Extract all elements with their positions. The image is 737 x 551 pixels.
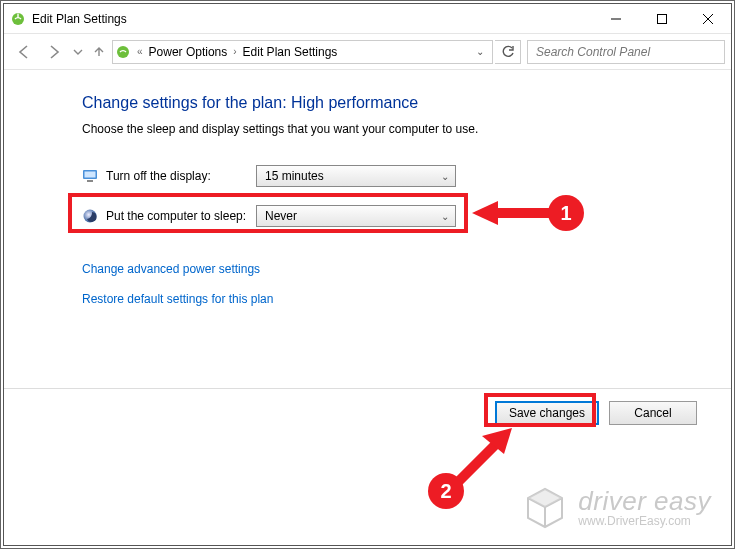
watermark-title: driver easy — [578, 488, 711, 515]
page-title: Change settings for the plan: High perfo… — [82, 94, 731, 112]
svg-rect-3 — [658, 14, 667, 23]
sleep-dropdown[interactable]: Never ⌄ — [256, 205, 456, 227]
address-dropdown-icon[interactable]: ⌄ — [470, 46, 490, 57]
button-bar: Save changes Cancel — [4, 388, 731, 436]
svg-point-6 — [117, 46, 129, 58]
up-button[interactable] — [88, 38, 110, 66]
chevron-down-icon: ⌄ — [441, 211, 449, 222]
sleep-icon — [82, 208, 98, 224]
window: Edit Plan Settings — [3, 3, 732, 546]
breadcrumb-power-options[interactable]: Power Options — [149, 45, 228, 59]
content-area: Change settings for the plan: High perfo… — [4, 70, 731, 545]
page-description: Choose the sleep and display settings th… — [82, 122, 731, 136]
cube-icon — [522, 485, 568, 531]
forward-button[interactable] — [40, 38, 68, 66]
display-icon — [82, 168, 98, 184]
navbar: « Power Options › Edit Plan Settings ⌄ — [4, 34, 731, 70]
app-icon — [10, 11, 26, 27]
svg-rect-1 — [17, 13, 18, 17]
chevron-down-icon: ⌄ — [441, 171, 449, 182]
window-title: Edit Plan Settings — [32, 12, 127, 26]
chevron-right-icon: › — [231, 46, 238, 57]
minimize-button[interactable] — [593, 4, 639, 33]
close-button[interactable] — [685, 4, 731, 33]
display-dropdown[interactable]: 15 minutes ⌄ — [256, 165, 456, 187]
titlebar: Edit Plan Settings — [4, 4, 731, 34]
svg-marker-15 — [528, 489, 562, 507]
chevron-right-icon: « — [135, 46, 145, 57]
link-restore-defaults[interactable]: Restore default settings for this plan — [82, 292, 273, 306]
link-advanced-settings[interactable]: Change advanced power settings — [82, 262, 260, 276]
address-bar[interactable]: « Power Options › Edit Plan Settings ⌄ — [112, 40, 493, 64]
recent-locations-button[interactable] — [70, 38, 86, 66]
search-input[interactable] — [534, 44, 718, 60]
display-label: Turn off the display: — [106, 169, 256, 183]
watermark-url: www.DriverEasy.com — [578, 515, 711, 528]
cancel-button[interactable]: Cancel — [609, 401, 697, 425]
annotation-badge-2: 2 — [428, 473, 464, 509]
svg-rect-8 — [85, 172, 96, 178]
watermark: driver easy www.DriverEasy.com — [522, 485, 711, 531]
svg-rect-9 — [87, 180, 93, 182]
sleep-dropdown-value: Never — [265, 209, 297, 223]
breadcrumb-edit-plan[interactable]: Edit Plan Settings — [243, 45, 338, 59]
save-button[interactable]: Save changes — [495, 401, 599, 425]
refresh-button[interactable] — [495, 40, 521, 64]
search-box[interactable] — [527, 40, 725, 64]
back-button[interactable] — [10, 38, 38, 66]
maximize-button[interactable] — [639, 4, 685, 33]
address-icon — [115, 44, 131, 60]
setting-row-sleep: Put the computer to sleep: Never ⌄ — [82, 204, 731, 228]
display-dropdown-value: 15 minutes — [265, 169, 324, 183]
setting-row-display: Turn off the display: 15 minutes ⌄ — [82, 164, 731, 188]
sleep-label: Put the computer to sleep: — [106, 209, 256, 223]
svg-line-13 — [458, 440, 500, 482]
